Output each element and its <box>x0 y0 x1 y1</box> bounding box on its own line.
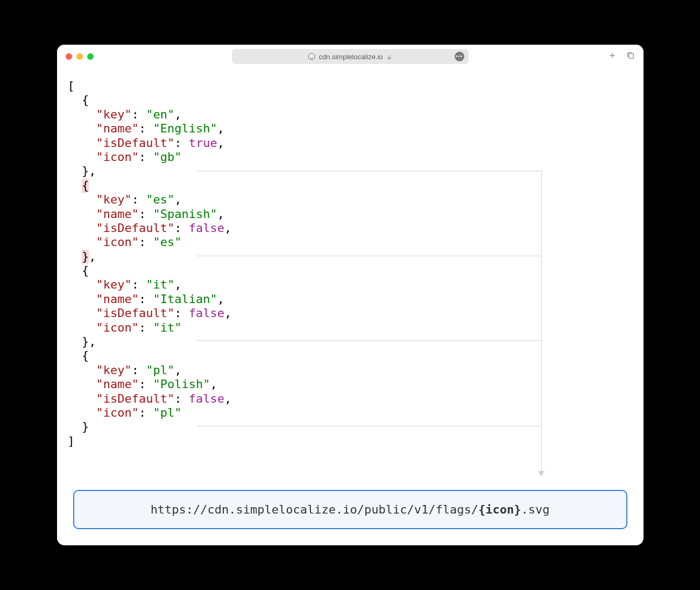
arrow-down-icon <box>538 471 545 476</box>
json-key: "key" <box>96 108 131 121</box>
url-suffix: .svg <box>521 503 549 516</box>
json-key: "icon" <box>96 150 138 164</box>
more-icon[interactable]: ••• <box>455 52 464 61</box>
tabs-icon[interactable] <box>626 51 635 62</box>
json-value: "pl" <box>153 406 181 419</box>
close-icon[interactable] <box>66 53 72 60</box>
json-value: "Spanish" <box>153 207 217 221</box>
svg-point-1 <box>310 55 311 56</box>
url-prefix: https://cdn.simplelocalize.io/public/v1/… <box>151 503 478 516</box>
json-key: "icon" <box>96 321 138 334</box>
json-key: "isDefault" <box>96 306 174 320</box>
bracket-close: ] <box>68 434 75 448</box>
json-key: "key" <box>96 193 131 206</box>
lock-icon <box>386 54 392 60</box>
json-key: "icon" <box>96 406 138 419</box>
maximize-icon[interactable] <box>87 53 94 60</box>
brace-open: { <box>82 93 89 107</box>
titlebar-right <box>608 51 635 62</box>
url-placeholder: {icon} <box>478 503 521 516</box>
site-icon <box>308 53 315 60</box>
traffic-lights <box>66 53 94 60</box>
brace-close: }, <box>82 335 96 348</box>
json-value: "Polish" <box>153 377 210 391</box>
address-bar-url: cdn.simplelocalize.io <box>319 53 383 61</box>
svg-rect-6 <box>628 54 633 59</box>
bracket-open: [ <box>68 79 75 93</box>
svg-point-2 <box>313 55 313 56</box>
brace-close: }, <box>82 164 96 178</box>
brace-close: } <box>82 420 89 433</box>
svg-point-0 <box>309 53 315 60</box>
json-value: false <box>189 306 224 320</box>
json-value: "English" <box>153 122 217 135</box>
brace-open: { <box>82 349 89 362</box>
json-value: "es" <box>153 235 181 249</box>
json-key: "name" <box>96 207 138 221</box>
json-key: "key" <box>96 278 131 291</box>
url-template-box: https://cdn.simplelocalize.io/public/v1/… <box>73 490 627 529</box>
json-key: "name" <box>96 377 138 391</box>
minimize-icon[interactable] <box>76 53 83 60</box>
json-key: "name" <box>96 122 138 135</box>
titlebar: cdn.simplelocalize.io ••• <box>57 45 644 68</box>
json-value: true <box>189 136 217 150</box>
browser-window: cdn.simplelocalize.io ••• [ { "key": "en… <box>57 45 644 545</box>
json-key: "icon" <box>96 235 138 249</box>
brace-close: } <box>82 250 89 264</box>
json-key: "isDefault" <box>96 221 174 235</box>
json-value: "es" <box>146 193 174 206</box>
json-key: "isDefault" <box>96 136 174 150</box>
json-value: "pl" <box>146 363 174 377</box>
json-value: "it" <box>146 278 174 291</box>
json-value: "it" <box>153 321 181 334</box>
svg-rect-3 <box>387 57 391 59</box>
content-area: [ { "key": "en", "name": "English", "isD… <box>57 68 644 545</box>
address-bar[interactable]: cdn.simplelocalize.io ••• <box>232 49 469 64</box>
new-tab-icon[interactable] <box>608 51 617 62</box>
brace-open: { <box>82 264 89 277</box>
json-key: "name" <box>96 292 138 306</box>
json-content: [ { "key": "en", "name": "English", "isD… <box>68 79 633 448</box>
json-value: "en" <box>146 108 174 121</box>
json-value: false <box>189 392 224 405</box>
json-value: "gb" <box>153 150 181 164</box>
brace-open: { <box>82 179 89 193</box>
json-value: "Italian" <box>153 292 217 306</box>
json-value: false <box>189 221 224 235</box>
json-key: "isDefault" <box>96 392 174 405</box>
json-key: "key" <box>96 363 131 377</box>
